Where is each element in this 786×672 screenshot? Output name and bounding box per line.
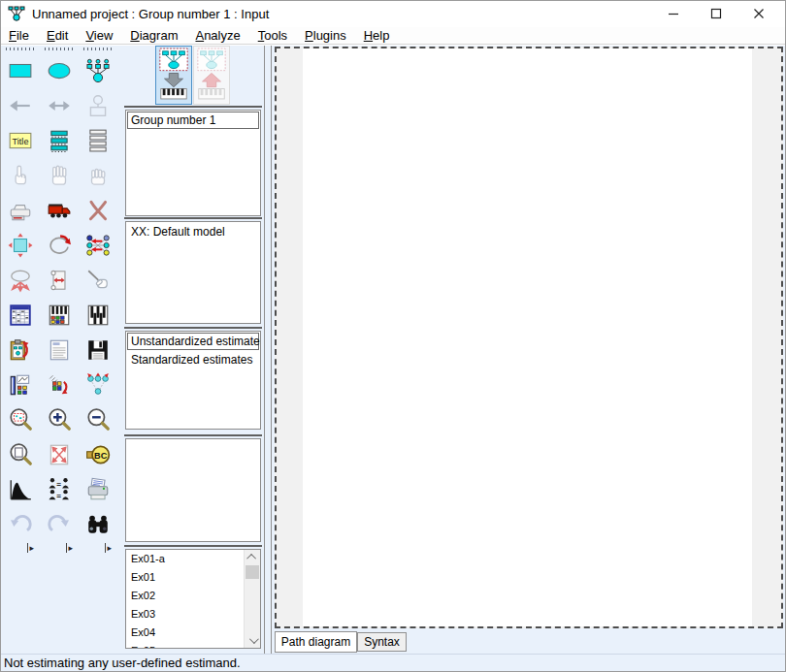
list-variables-dataset-button[interactable] <box>40 123 79 158</box>
maximize-button[interactable] <box>695 0 737 27</box>
change-shape-button[interactable] <box>1 228 40 263</box>
toolbar-drag-handle[interactable] <box>45 48 74 50</box>
analysis-properties-button[interactable] <box>40 298 79 333</box>
panel-splitter[interactable] <box>264 46 272 654</box>
bayesian-button[interactable] <box>1 472 40 507</box>
menu-tools[interactable]: Tools <box>249 27 296 44</box>
list-item[interactable]: Group number 1 <box>127 112 259 129</box>
files-list[interactable]: Ex01-aEx01Ex02Ex03Ex04Ex05-a <box>125 549 261 649</box>
toolbar-overflow-button[interactable]: ▸ <box>27 543 34 553</box>
list-item[interactable]: Ex01 <box>126 568 260 587</box>
menu-help[interactable]: Help <box>355 27 399 44</box>
toolbar-overflow-button[interactable]: ▸ <box>105 543 112 553</box>
list-item[interactable]: Ex05-a <box>126 642 260 649</box>
menu-plugins[interactable]: Plugins <box>296 27 355 44</box>
toolbar-drag-handle[interactable] <box>83 48 113 50</box>
undo-button[interactable] <box>1 507 40 542</box>
list-item[interactable]: XX: Default model <box>127 223 259 240</box>
preserve-symmetries-button[interactable] <box>79 368 117 402</box>
loupe-button[interactable]: BC <box>79 437 117 472</box>
search-button[interactable] <box>79 507 117 542</box>
erase-icon <box>85 198 111 223</box>
object-properties-button[interactable] <box>1 368 40 402</box>
preserve-symmetries-icon <box>85 372 111 398</box>
deselect-all-button[interactable] <box>79 158 117 193</box>
computation-summary-panel[interactable] <box>125 438 261 542</box>
scrollbar-thumb[interactable] <box>246 565 259 579</box>
menu-file[interactable]: File <box>0 27 38 44</box>
menu-diagram[interactable]: Diagram <box>121 27 186 44</box>
select-data-files-button[interactable] <box>1 298 40 333</box>
rotate-indicators-button[interactable] <box>40 228 79 263</box>
multiple-group-button[interactable]: == <box>40 472 79 507</box>
zoom-area-button[interactable] <box>1 402 40 437</box>
title-button[interactable]: Title <box>1 123 40 158</box>
duplicate-button[interactable] <box>1 193 40 228</box>
list-item[interactable]: Ex04 <box>126 624 260 642</box>
covariance-arrow-button[interactable] <box>40 88 79 123</box>
path-arrow-button[interactable] <box>1 88 40 123</box>
resize-to-fit-button[interactable] <box>40 437 79 472</box>
save-diagram-button[interactable] <box>79 333 117 368</box>
menu-view[interactable]: View <box>77 27 121 44</box>
scroll-down-icon[interactable] <box>245 633 260 648</box>
menu-bar: FileEditViewDiagramAnalyzeToolsPluginsHe… <box>0 27 786 45</box>
menu-edit[interactable]: Edit <box>38 27 77 44</box>
touch-up-button[interactable] <box>79 263 117 298</box>
panel-separator <box>124 106 262 108</box>
window-title: Unnamed project : Group number 1 : Input <box>32 7 269 21</box>
select-data-files-icon <box>8 303 33 328</box>
list-item[interactable]: Ex03 <box>126 605 260 624</box>
unique-variable-icon <box>85 93 111 118</box>
zoom-in-button[interactable] <box>40 402 79 437</box>
list-item[interactable]: Standardized estimates <box>127 351 259 368</box>
copy-clipboard-button[interactable] <box>1 333 40 368</box>
list-item[interactable]: Unstandardized estimates <box>127 333 259 350</box>
observed-variable-button[interactable] <box>1 53 40 88</box>
estimates-list[interactable]: Unstandardized estimatesStandardized est… <box>125 331 261 430</box>
move-parameter-button[interactable] <box>1 263 40 298</box>
select-all-button[interactable] <box>40 158 79 193</box>
unobserved-variable-button[interactable] <box>40 53 79 88</box>
calculate-estimates-button[interactable] <box>79 298 117 333</box>
observed-variable-icon <box>8 58 33 83</box>
select-one-button[interactable] <box>1 158 40 193</box>
models-list[interactable]: XX: Default model <box>125 221 261 324</box>
list-item[interactable]: Ex01-a <box>126 550 260 568</box>
unique-variable-button[interactable] <box>79 88 117 123</box>
groups-list[interactable]: Group number 1 <box>125 110 261 216</box>
view-input-diagram-button[interactable] <box>155 46 192 105</box>
print-button[interactable] <box>79 472 117 507</box>
minimize-button[interactable] <box>652 0 695 27</box>
select-one-icon <box>8 163 33 188</box>
files-scrollbar[interactable] <box>244 550 260 648</box>
toolbar-drag-handle[interactable] <box>6 48 35 50</box>
zoom-out-button[interactable] <box>79 402 117 437</box>
covariance-arrow-icon <box>47 93 72 118</box>
list-item[interactable]: Ex02 <box>126 587 260 605</box>
status-text: Not estimating any user-defined estimand… <box>4 656 241 670</box>
canvas-page[interactable] <box>303 48 752 626</box>
print-icon <box>85 477 111 502</box>
zoom-out-icon <box>85 407 111 432</box>
text-output-button[interactable] <box>40 333 79 368</box>
drag-properties-button[interactable] <box>40 368 79 402</box>
erase-button[interactable] <box>79 193 117 228</box>
drawing-canvas[interactable] <box>275 47 783 628</box>
reflect-indicators-button[interactable] <box>79 228 117 263</box>
scroll-diagram-button[interactable] <box>40 263 79 298</box>
show-entire-page-button[interactable] <box>1 437 40 472</box>
redo-button[interactable] <box>40 507 79 542</box>
menu-analyze[interactable]: Analyze <box>186 27 248 44</box>
tab-path-diagram[interactable]: Path diagram <box>275 631 357 653</box>
view-output-diagram-button[interactable] <box>193 46 230 105</box>
latent-with-indicators-button[interactable] <box>79 53 117 88</box>
title-bar: Unnamed project : Group number 1 : Input <box>0 0 786 27</box>
save-diagram-icon <box>85 337 111 363</box>
list-variables-model-button[interactable] <box>79 123 117 158</box>
move-button[interactable] <box>40 193 79 228</box>
toolbar-overflow-button[interactable]: ▸ <box>66 543 73 553</box>
scroll-up-icon[interactable] <box>245 550 260 564</box>
tab-syntax[interactable]: Syntax <box>357 632 407 652</box>
close-button[interactable] <box>737 0 780 27</box>
